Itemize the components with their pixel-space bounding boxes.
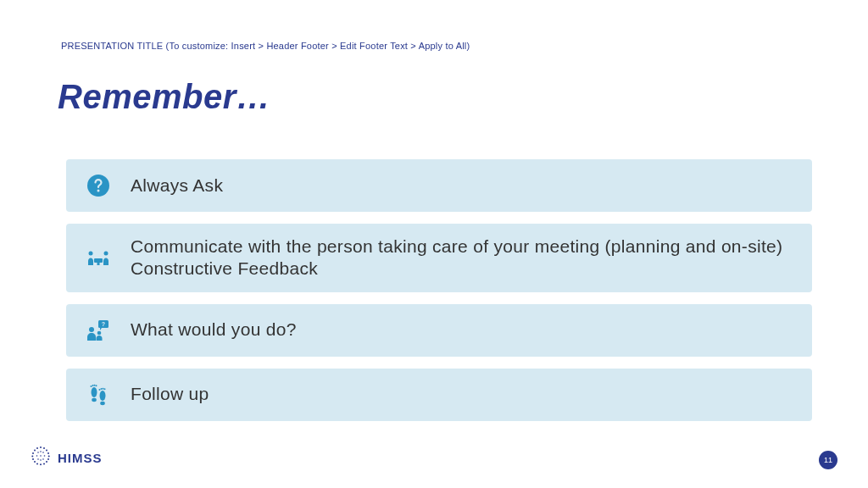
slide-title: Remember… <box>58 78 270 116</box>
bullet-list: Always Ask Communicate with the person t… <box>66 159 812 433</box>
svg-point-41 <box>36 455 38 457</box>
svg-rect-2 <box>94 258 103 263</box>
svg-point-32 <box>47 458 49 460</box>
svg-point-44 <box>40 459 42 461</box>
svg-point-14 <box>94 384 96 385</box>
svg-point-13 <box>92 385 94 386</box>
svg-point-22 <box>40 446 42 448</box>
brand-logo-text: HIMSS <box>58 451 103 465</box>
svg-point-30 <box>48 456 50 458</box>
svg-point-39 <box>40 451 42 452</box>
svg-point-40 <box>42 452 44 453</box>
svg-point-9 <box>97 330 102 335</box>
svg-point-17 <box>100 401 105 404</box>
svg-point-38 <box>37 452 39 453</box>
svg-point-29 <box>31 456 33 458</box>
page-number: 11 <box>819 451 837 469</box>
svg-point-21 <box>104 388 106 390</box>
question-circle-icon <box>81 174 115 197</box>
svg-point-1 <box>97 190 100 192</box>
svg-point-24 <box>43 447 45 449</box>
svg-point-31 <box>32 458 34 460</box>
ask-audience-icon: ? <box>81 320 115 341</box>
svg-point-43 <box>37 458 39 460</box>
svg-point-5 <box>104 252 108 256</box>
svg-point-37 <box>40 463 42 465</box>
svg-point-42 <box>44 455 46 457</box>
svg-point-36 <box>43 463 45 465</box>
svg-point-46 <box>40 455 42 457</box>
svg-point-27 <box>32 452 34 454</box>
svg-point-20 <box>103 387 104 389</box>
svg-rect-3 <box>97 263 100 265</box>
list-item-label: What would you do? <box>131 319 297 341</box>
list-item-label: Communicate with the person taking care … <box>131 236 797 280</box>
svg-point-16 <box>100 391 106 401</box>
svg-point-34 <box>46 461 47 463</box>
list-item-label: Always Ask <box>131 175 223 197</box>
svg-point-10 <box>92 387 97 397</box>
svg-point-35 <box>36 463 38 465</box>
people-talk-icon <box>81 248 115 267</box>
svg-point-15 <box>96 385 97 386</box>
himss-globe-icon <box>31 446 51 469</box>
header-footer-text: PRESENTATION TITLE (To customize: Insert… <box>61 41 470 51</box>
svg-point-11 <box>92 397 97 401</box>
svg-text:?: ? <box>102 321 105 327</box>
list-item-label: Follow up <box>131 383 209 405</box>
svg-point-19 <box>101 388 103 390</box>
list-item: Follow up <box>66 369 812 421</box>
svg-point-12 <box>91 385 92 387</box>
svg-point-45 <box>42 458 44 460</box>
svg-point-33 <box>34 461 36 463</box>
footprints-icon <box>81 383 115 407</box>
svg-point-28 <box>47 452 49 454</box>
list-item: Always Ask <box>66 159 812 212</box>
slide: PRESENTATION TITLE (To customize: Insert… <box>0 0 868 488</box>
svg-point-4 <box>89 252 93 256</box>
svg-point-25 <box>34 450 36 452</box>
list-item: ? What would you do? <box>66 304 812 357</box>
svg-point-18 <box>99 389 101 391</box>
brand-logo: HIMSS <box>31 446 103 469</box>
list-item: Communicate with the person taking care … <box>66 224 812 292</box>
svg-point-23 <box>36 447 38 449</box>
svg-point-26 <box>46 450 47 452</box>
svg-point-8 <box>89 327 94 332</box>
